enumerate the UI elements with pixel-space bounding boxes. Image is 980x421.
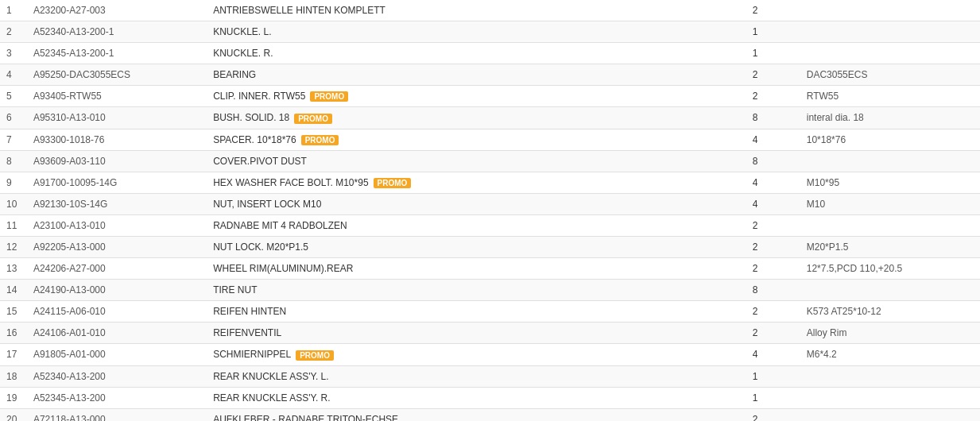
part-number: A24106-A01-010 — [27, 323, 207, 344]
description: REIFENVENTIL — [207, 323, 746, 344]
note — [800, 215, 980, 237]
row-number: 14 — [0, 280, 27, 301]
part-number: A93609-A03-110 — [27, 150, 207, 172]
table-row: 3A52345-A13-200-1KNUCKLE. R.1 — [0, 43, 980, 64]
quantity: 4 — [746, 129, 800, 150]
row-number: 4 — [0, 64, 27, 86]
description: REIFEN HINTEN — [207, 301, 746, 323]
part-number: A52345-A13-200 — [27, 387, 207, 408]
table-row: 2A52340-A13-200-1KNUCKLE. L.1 — [0, 21, 980, 43]
quantity: 1 — [746, 387, 800, 408]
description: NUT LOCK. M20*P1.5 — [207, 237, 746, 258]
part-number: A23100-A13-010 — [27, 215, 207, 237]
table-row: 15A24115-A06-010REIFEN HINTEN2K573 AT25*… — [0, 301, 980, 323]
quantity: 8 — [746, 150, 800, 172]
row-number: 15 — [0, 301, 27, 323]
table-row: 13A24206-A27-000WHEEL RIM(ALUMINUM).REAR… — [0, 258, 980, 280]
description: KNUCKLE. R. — [207, 43, 746, 64]
part-number: A92205-A13-000 — [27, 237, 207, 258]
description: AUFKLEBER - RADNABE TRITON-ECHSE — [207, 408, 746, 421]
promo-badge: PROMO — [310, 91, 348, 102]
part-number: A24115-A06-010 — [27, 301, 207, 323]
description: REAR KNUCKLE ASS'Y. L. — [207, 365, 746, 387]
row-number: 1 — [0, 0, 27, 21]
quantity: 8 — [746, 107, 800, 129]
table-row: 8A93609-A03-110COVER.PIVOT DUST8 — [0, 150, 980, 172]
part-number: A52345-A13-200-1 — [27, 43, 207, 64]
note: K573 AT25*10-12 — [800, 301, 980, 323]
row-number: 17 — [0, 344, 27, 365]
table-row: 14A24190-A13-000TIRE NUT8 — [0, 280, 980, 301]
table-row: 5A93405-RTW55CLIP. INNER. RTW55PROMO2RTW… — [0, 86, 980, 107]
row-number: 2 — [0, 21, 27, 43]
quantity: 8 — [746, 280, 800, 301]
row-number: 3 — [0, 43, 27, 64]
description: COVER.PIVOT DUST — [207, 150, 746, 172]
row-number: 7 — [0, 129, 27, 150]
row-number: 20 — [0, 408, 27, 421]
description: BEARING — [207, 64, 746, 86]
row-number: 12 — [0, 237, 27, 258]
promo-badge: PROMO — [374, 178, 412, 188]
promo-badge: PROMO — [301, 135, 339, 145]
table-row: 20A72118-A13-000AUFKLEBER - RADNABE TRIT… — [0, 408, 980, 421]
table-row: 7A93300-1018-76SPACER. 10*18*76PROMO410*… — [0, 129, 980, 150]
note — [800, 408, 980, 421]
quantity: 4 — [746, 172, 800, 193]
table-row: 12A92205-A13-000NUT LOCK. M20*P1.52M20*P… — [0, 237, 980, 258]
quantity: 2 — [746, 301, 800, 323]
part-number: A72118-A13-000 — [27, 408, 207, 421]
table-row: 1A23200-A27-003ANTRIEBSWELLE HINTEN KOMP… — [0, 0, 980, 21]
table-row: 6A95310-A13-010BUSH. SOLID. 18PROMO8inte… — [0, 107, 980, 129]
quantity: 2 — [746, 408, 800, 421]
note: M10 — [800, 194, 980, 215]
row-number: 13 — [0, 258, 27, 280]
description: REAR KNUCKLE ASS'Y. R. — [207, 387, 746, 408]
description: BUSH. SOLID. 18PROMO — [207, 107, 746, 129]
note: Alloy Rim — [800, 323, 980, 344]
parts-table: 1A23200-A27-003ANTRIEBSWELLE HINTEN KOMP… — [0, 0, 980, 421]
note — [800, 21, 980, 43]
description: SPACER. 10*18*76PROMO — [207, 129, 746, 150]
description: TIRE NUT — [207, 280, 746, 301]
quantity: 2 — [746, 215, 800, 237]
part-number: A91700-10095-14G — [27, 172, 207, 193]
part-number: A24206-A27-000 — [27, 258, 207, 280]
table-row: 18A52340-A13-200REAR KNUCKLE ASS'Y. L.1 — [0, 365, 980, 387]
row-number: 19 — [0, 387, 27, 408]
quantity: 1 — [746, 365, 800, 387]
description: HEX WASHER FACE BOLT. M10*95PROMO — [207, 172, 746, 193]
note — [800, 387, 980, 408]
note — [800, 43, 980, 64]
description: SCHMIERNIPPELPROMO — [207, 344, 746, 365]
description: RADNABE MIT 4 RADBOLZEN — [207, 215, 746, 237]
quantity: 2 — [746, 64, 800, 86]
note: DAC3055ECS — [800, 64, 980, 86]
promo-badge: PROMO — [294, 114, 332, 124]
part-number: A93405-RTW55 — [27, 86, 207, 107]
note: interal dia. 18 — [800, 107, 980, 129]
quantity: 2 — [746, 323, 800, 344]
description: WHEEL RIM(ALUMINUM).REAR — [207, 258, 746, 280]
quantity: 2 — [746, 258, 800, 280]
quantity: 4 — [746, 194, 800, 215]
table-row: 19A52345-A13-200REAR KNUCKLE ASS'Y. R.1 — [0, 387, 980, 408]
note: 10*18*76 — [800, 129, 980, 150]
part-number: A95310-A13-010 — [27, 107, 207, 129]
description: CLIP. INNER. RTW55PROMO — [207, 86, 746, 107]
description: NUT, INSERT LOCK M10 — [207, 194, 746, 215]
row-number: 9 — [0, 172, 27, 193]
note: 12*7.5,PCD 110,+20.5 — [800, 258, 980, 280]
quantity: 2 — [746, 86, 800, 107]
description: KNUCKLE. L. — [207, 21, 746, 43]
table-row: 10A92130-10S-14GNUT, INSERT LOCK M104M10 — [0, 194, 980, 215]
promo-badge: PROMO — [296, 350, 334, 361]
part-number: A91805-A01-000 — [27, 344, 207, 365]
note — [800, 150, 980, 172]
quantity: 2 — [746, 0, 800, 21]
row-number: 11 — [0, 215, 27, 237]
note: RTW55 — [800, 86, 980, 107]
table-row: 16A24106-A01-010REIFENVENTIL2Alloy Rim — [0, 323, 980, 344]
note — [800, 365, 980, 387]
row-number: 18 — [0, 365, 27, 387]
